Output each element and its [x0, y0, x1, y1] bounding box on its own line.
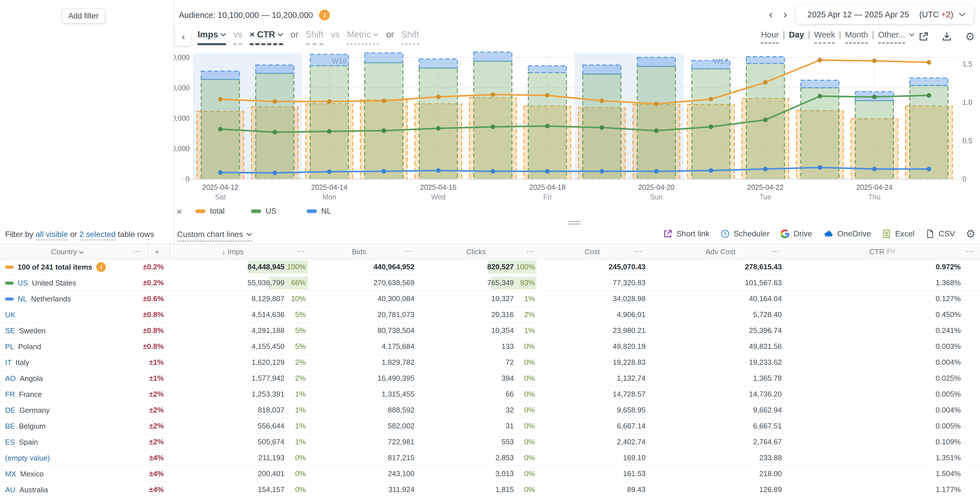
- country-code-link[interactable]: NL: [18, 291, 27, 307]
- granularity-other-dropdown[interactable]: Other...: [878, 30, 905, 44]
- column-header-imps[interactable]: ↓ Imps: [222, 244, 244, 260]
- onedrive-button[interactable]: OneDrive: [823, 229, 871, 239]
- table-row[interactable]: ITItaly±1%1,620,1292%1,829,782720%19,228…: [0, 355, 980, 371]
- cost-value: 4,906.01: [617, 307, 646, 323]
- imps-percent: 1%: [295, 434, 306, 450]
- metric-vs-toggle[interactable]: vs: [233, 30, 242, 45]
- table-row[interactable]: AOAngola±1%1,577,9422%16,490,3953940%1,1…: [0, 371, 980, 387]
- column-header-cost[interactable]: Cost: [584, 244, 600, 260]
- metric-tertiary-dropdown[interactable]: Metric: [347, 30, 379, 45]
- table-row[interactable]: AUAustralia±4%154,1570%311,9241,8150%89.…: [0, 482, 980, 498]
- granularity-hour[interactable]: Hour: [761, 30, 779, 44]
- close-icon[interactable]: ×: [177, 207, 182, 216]
- legend-item-NL[interactable]: NL: [307, 207, 349, 216]
- table-row[interactable]: UK±0.8%4,514,6365%20,781,07320,3162%4,90…: [0, 307, 980, 323]
- country-code-link[interactable]: MX: [5, 466, 16, 482]
- add-filter-button[interactable]: Add filter: [62, 8, 105, 23]
- clicks-percent: 1%: [524, 291, 535, 307]
- filter-selected-link[interactable]: 2 selected: [79, 230, 116, 240]
- uncertainty-value: ±0.2%: [143, 275, 164, 291]
- filter-all-visible-link[interactable]: all visible: [35, 230, 68, 240]
- legend-item-US[interactable]: US: [251, 207, 294, 216]
- table-row[interactable]: BEBelgium±2%556,6441%582,002310%6,667.14…: [0, 418, 980, 434]
- info-icon[interactable]: i: [319, 10, 330, 21]
- table-header: Country ⋯ + ↓ Imps ⋯ Bids ⋯ Clicks ⋯ Cos…: [0, 244, 980, 259]
- column-menu-button[interactable]: ⋯: [772, 244, 780, 260]
- table-settings-gear-icon[interactable]: ⚙: [966, 228, 975, 240]
- table-row[interactable]: USUnited States±0.2%55,936,79966%270,638…: [0, 275, 980, 291]
- granularity-week[interactable]: Week: [814, 30, 835, 44]
- column-menu-button[interactable]: ⋯: [297, 244, 305, 260]
- bids-value: 311,924: [388, 482, 415, 498]
- info-icon[interactable]: i: [96, 262, 106, 272]
- table-row[interactable]: DEGermany±2%818,0371%888,592320%9,658.95…: [0, 402, 980, 418]
- column-header-bids[interactable]: Bids: [352, 244, 366, 260]
- column-menu-button[interactable]: ⋯: [404, 244, 412, 260]
- table-row[interactable]: MXMexico±4%200,4010%243,1003,0130%161.53…: [0, 466, 980, 482]
- prev-period-button[interactable]: ‹: [767, 5, 775, 24]
- column-header-adv-cost[interactable]: Adv Cost: [705, 244, 735, 260]
- timeseries-chart[interactable]: W16W1702,000,0004,000,0006,000,0008,000,…: [174, 48, 980, 203]
- metric-secondary-dropdown[interactable]: ×CTR: [250, 30, 283, 45]
- country-code-link[interactable]: ES: [5, 435, 15, 450]
- column-menu-button[interactable]: ⋯: [966, 244, 974, 260]
- csv-export-button[interactable]: CSV: [925, 229, 955, 239]
- custom-chart-lines-dropdown[interactable]: Custom chart lines: [177, 230, 252, 241]
- country-code-link[interactable]: FR: [5, 387, 15, 402]
- shift-toggle-2[interactable]: Shift: [401, 30, 419, 45]
- resize-handle[interactable]: [568, 221, 581, 226]
- bids-value: 440,964,952: [373, 259, 415, 275]
- column-menu-button[interactable]: ⋯: [133, 244, 142, 260]
- country-name: United States: [32, 275, 76, 291]
- short-link-button[interactable]: Short link: [663, 229, 710, 239]
- shift-toggle-1[interactable]: Shift: [306, 30, 323, 45]
- adv-cost-value: 40,164.04: [749, 291, 782, 307]
- table-row[interactable]: FRFrance±2%1,253,3911%1,315,455660%14,72…: [0, 387, 980, 402]
- country-cell: USUnited States: [5, 275, 76, 291]
- excel-export-button[interactable]: Excel: [882, 229, 915, 239]
- metric-primary-dropdown[interactable]: Imps: [197, 30, 226, 45]
- country-code-link[interactable]: PL: [5, 339, 14, 355]
- table-row[interactable]: 100 of 241 total itemsi±0.2%84,448,94510…: [0, 259, 980, 275]
- svg-text:2025-04-22: 2025-04-22: [747, 183, 784, 191]
- country-code-link[interactable]: UK: [5, 307, 15, 323]
- uncertainty-value: ±2%: [149, 418, 164, 434]
- next-period-button[interactable]: ›: [781, 5, 789, 24]
- ctr-value: 1.368%: [936, 275, 961, 291]
- country-code-link[interactable]: DE: [5, 403, 15, 418]
- column-header-ctr[interactable]: CTR f(x): [869, 244, 895, 260]
- country-code-link[interactable]: BE: [5, 419, 15, 434]
- date-range-picker[interactable]: 2025 Apr 12 — 2025 Apr 25 (UTC +2): [796, 5, 974, 24]
- country-code-link[interactable]: AO: [5, 371, 16, 387]
- download-icon[interactable]: [941, 31, 953, 43]
- legend-item-total[interactable]: total: [195, 207, 238, 216]
- table-row[interactable]: (empty value)±4%211,1930%817,2152,8530%1…: [0, 450, 980, 466]
- table-row[interactable]: PLPoland±0.8%4,155,4505%4,175,6841330%49…: [0, 339, 980, 355]
- table-row[interactable]: SESweden±0.8%4,291,1885%80,738,50410,354…: [0, 323, 980, 339]
- column-header-clicks[interactable]: Clicks: [466, 244, 486, 260]
- bids-value: 243,100: [388, 466, 415, 482]
- column-header-country[interactable]: Country: [51, 244, 84, 260]
- country-code-link[interactable]: US: [18, 275, 28, 291]
- table-row[interactable]: ESSpain±2%505,6741%722,9815530%2,402.742…: [0, 434, 980, 450]
- add-column-button[interactable]: +: [155, 244, 159, 260]
- country-code-link[interactable]: SE: [5, 323, 15, 339]
- scheduler-button[interactable]: Scheduler: [720, 229, 769, 239]
- uncertainty-value: ±0.8%: [143, 323, 164, 339]
- svg-text:Wed: Wed: [431, 193, 446, 201]
- ctr-value: 0.450%: [936, 307, 961, 323]
- table-row[interactable]: NLNetherlands±0.6%8,129,80710%40,300,084…: [0, 291, 980, 307]
- collapse-panel-button[interactable]: ‹: [175, 27, 191, 46]
- granularity-month[interactable]: Month: [845, 30, 868, 44]
- uncertainty-value: ±4%: [149, 482, 164, 498]
- country-cell: ITItaly: [5, 355, 29, 371]
- gear-icon[interactable]: ⚙: [964, 31, 976, 43]
- column-menu-button[interactable]: ⋯: [527, 244, 535, 260]
- clock-icon: [720, 229, 730, 239]
- column-menu-button[interactable]: ⋯: [635, 244, 643, 260]
- country-code-link[interactable]: AU: [5, 482, 15, 498]
- country-code-link[interactable]: IT: [5, 355, 12, 371]
- granularity-day-selected[interactable]: Day: [789, 30, 804, 42]
- google-drive-button[interactable]: Drive: [780, 229, 812, 239]
- open-in-new-icon[interactable]: [918, 31, 929, 43]
